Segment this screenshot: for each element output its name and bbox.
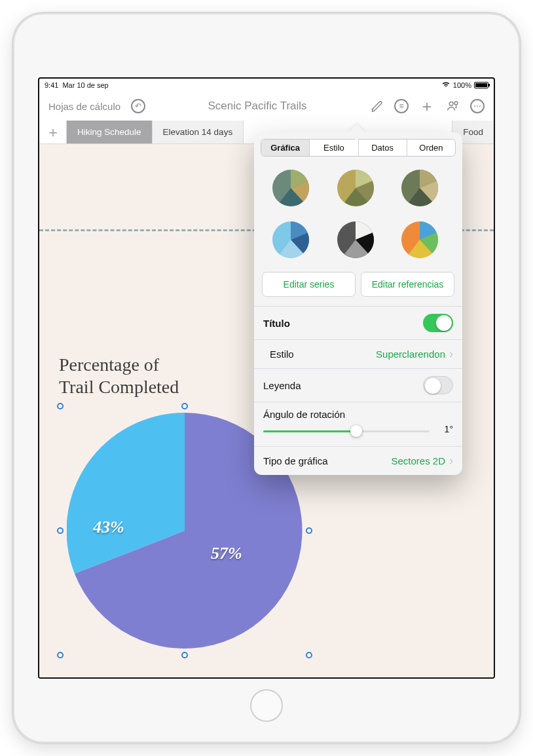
popover-tab-estilo[interactable]: Estilo	[310, 140, 358, 156]
chart-type-row[interactable]: Tipo de gráfica Sectores 2D ›	[254, 446, 462, 475]
comment-icon: ≡	[394, 99, 409, 113]
slice-label-a: 43%	[93, 518, 124, 537]
add-button[interactable]: ＋	[415, 93, 439, 119]
selection-handle[interactable]	[57, 652, 64, 658]
format-brush-button[interactable]	[365, 96, 388, 116]
selection-handle[interactable]	[57, 403, 64, 409]
chart-title-line2: Trail Completed	[59, 377, 179, 397]
rotation-row: Ángulo de rotación 1°	[254, 402, 462, 446]
title-style-row[interactable]: Estilo Superclarendon ›	[254, 339, 462, 368]
add-sheet-button[interactable]: ＋	[39, 121, 67, 143]
status-date: Mar 10 de sep	[62, 81, 108, 89]
edit-references-button[interactable]: Editar referencias	[361, 272, 454, 297]
document-title[interactable]: Scenic Pacific Trails	[152, 100, 363, 113]
legend-label: Leyenda	[263, 380, 423, 391]
comment-button[interactable]: ≡	[390, 96, 413, 116]
status-bar: 9:41 Mar 10 de sep 100%	[39, 79, 494, 92]
legend-toggle-row: Leyenda	[254, 368, 462, 402]
popover-tab-grafica[interactable]: Gráfica	[261, 140, 310, 156]
chart-title[interactable]: Percentage of Trail Completed	[59, 354, 179, 398]
undo-button[interactable]: ↶	[127, 96, 149, 116]
popover-tab-datos[interactable]: Datos	[359, 140, 407, 156]
swatch-3[interactable]	[401, 170, 444, 208]
selection-handle[interactable]	[57, 527, 64, 534]
style-swatches	[254, 163, 462, 272]
swatch-5[interactable]	[337, 221, 380, 260]
slice-label-b: 57%	[211, 544, 242, 563]
rotation-value: 1°	[445, 424, 453, 434]
home-button[interactable]	[250, 689, 283, 722]
style-label: Estilo	[263, 349, 376, 360]
swatch-2[interactable]	[337, 170, 380, 208]
more-button[interactable]: ⋯	[466, 96, 488, 116]
undo-icon: ↶	[131, 99, 145, 113]
popover-tabs: Gráfica Estilo Datos Orden	[261, 139, 456, 157]
title-toggle-row: Título	[254, 306, 462, 339]
back-button[interactable]: Hojas de cálculo	[45, 98, 124, 115]
selection-handle[interactable]	[181, 403, 188, 409]
battery-icon	[474, 82, 488, 88]
edit-series-button[interactable]: Editar series	[262, 272, 356, 297]
chevron-right-icon: ›	[449, 347, 453, 361]
title-toggle[interactable]	[423, 314, 453, 332]
ipad-frame: 9:41 Mar 10 de sep 100% Hojas de cálculo…	[13, 13, 520, 743]
chart-type-label: Tipo de gráfica	[263, 455, 391, 466]
style-value: Superclarendon	[376, 349, 445, 360]
rotation-slider[interactable]: 1°	[263, 425, 453, 437]
toolbar: Hojas de cálculo ↶ Scenic Pacific Trails…	[39, 92, 494, 121]
wifi-icon	[441, 81, 450, 89]
chevron-right-icon: ›	[449, 454, 453, 468]
sheet-tab-hiking[interactable]: Hiking Schedule	[67, 121, 153, 143]
selection-handle[interactable]	[306, 652, 312, 658]
screen: 9:41 Mar 10 de sep 100% Hojas de cálculo…	[38, 77, 495, 679]
chart-type-value: Sectores 2D	[391, 455, 445, 466]
svg-point-1	[454, 102, 458, 105]
title-label: Título	[263, 318, 423, 329]
popover-tab-orden[interactable]: Orden	[407, 140, 455, 156]
more-icon: ⋯	[470, 99, 485, 113]
swatch-1[interactable]	[272, 170, 315, 208]
svg-point-0	[449, 102, 453, 105]
legend-toggle[interactable]	[423, 376, 453, 394]
swatch-6[interactable]	[401, 221, 444, 260]
sheet-tab-elevation[interactable]: Elevation 14 days	[153, 121, 244, 143]
selection-handle[interactable]	[306, 527, 312, 534]
chart-title-line1: Percentage of	[59, 354, 159, 375]
format-popover: Gráfica Estilo Datos Orden Editar series…	[254, 132, 462, 475]
selection-handle[interactable]	[181, 652, 188, 658]
collaborate-button[interactable]	[441, 96, 464, 116]
rotation-label: Ángulo de rotación	[263, 409, 345, 420]
battery-pct: 100%	[453, 81, 471, 89]
status-time: 9:41	[45, 81, 58, 89]
swatch-4[interactable]	[272, 221, 315, 260]
